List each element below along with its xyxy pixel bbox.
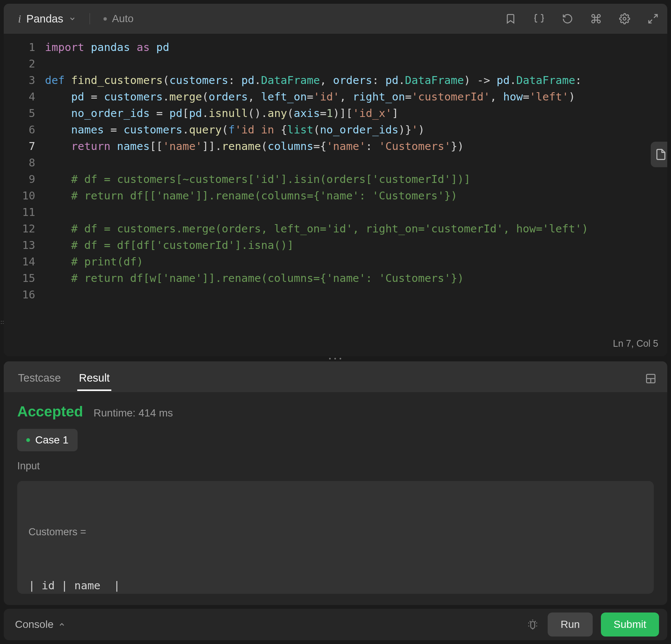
chevron-up-icon <box>58 621 66 628</box>
tab-result[interactable]: Result <box>77 367 111 391</box>
result-panel: Testcase Result Accepted Runtime: 414 ms… <box>4 361 667 605</box>
footer-bar: Console Run Submit <box>4 609 667 640</box>
fullscreen-icon[interactable] <box>646 12 660 25</box>
case-chip[interactable]: Case 1 <box>17 429 78 451</box>
svg-rect-6 <box>531 622 535 629</box>
input-header: Customers = <box>28 524 643 541</box>
format-code-icon[interactable] <box>532 12 546 25</box>
run-button[interactable]: Run <box>548 613 592 637</box>
debug-icon[interactable] <box>526 618 539 631</box>
console-toggle[interactable]: Console <box>15 619 66 631</box>
autosave-label: Auto <box>112 13 134 25</box>
language-name: Pandas <box>26 13 63 25</box>
divider <box>90 13 90 24</box>
case-status-dot-icon <box>26 438 30 442</box>
chevron-down-icon <box>69 15 76 22</box>
status-row: Accepted Runtime: 414 ms <box>17 403 654 420</box>
language-selector[interactable]: i Pandas <box>18 12 76 25</box>
runtime-text: Runtime: 414 ms <box>94 407 173 419</box>
autosave-indicator[interactable]: Auto <box>103 13 134 25</box>
svg-point-0 <box>623 17 626 20</box>
cursor-position: Ln 7, Col 5 <box>613 335 658 352</box>
code-editor[interactable]: 12345678910111213141516 import pandas as… <box>4 34 667 356</box>
console-label: Console <box>15 619 54 631</box>
language-icon: i <box>18 12 21 25</box>
status-badge: Accepted <box>17 403 83 420</box>
svg-line-1 <box>654 15 658 18</box>
input-section-label: Input <box>17 460 654 472</box>
bookmark-icon[interactable] <box>504 12 517 25</box>
input-block: Customers = | id | name | | -- | ----- |… <box>17 481 654 594</box>
line-number-gutter: 12345678910111213141516 <box>4 34 45 356</box>
svg-line-2 <box>649 20 652 23</box>
copy-code-button[interactable] <box>651 142 667 167</box>
status-dot-icon <box>103 17 107 21</box>
settings-icon[interactable] <box>618 12 631 25</box>
keyboard-shortcuts-icon[interactable] <box>589 12 603 25</box>
tab-testcase[interactable]: Testcase <box>16 367 62 391</box>
tabs-bar: Testcase Result <box>4 361 667 392</box>
case-label: Case 1 <box>35 434 69 446</box>
editor-panel: i Pandas Auto <box>4 4 667 356</box>
panel-resizer[interactable]: • • • <box>4 356 667 361</box>
reset-icon[interactable] <box>561 12 574 25</box>
submit-button[interactable]: Submit <box>601 613 659 637</box>
editor-toolbar: i Pandas Auto <box>4 4 667 34</box>
layout-icon[interactable] <box>644 372 658 385</box>
code-content[interactable]: import pandas as pd def find_customers(c… <box>45 34 667 356</box>
input-table-text: | id | name | | -- | ----- | | 1 | Joe |… <box>28 577 643 594</box>
